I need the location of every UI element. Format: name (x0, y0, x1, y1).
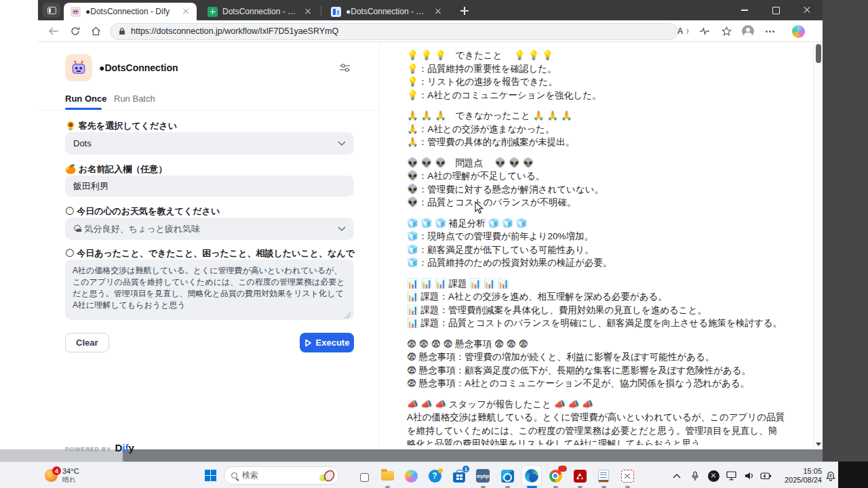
tray-overflow-button[interactable] (668, 467, 686, 485)
output-line: 👽：A社の理解が不足している。 (407, 169, 785, 183)
edge-button[interactable] (523, 467, 540, 485)
page-content: ●DotsConnection Run Once Run Batch 🌻 客先を… (38, 42, 823, 449)
start-button[interactable] (202, 462, 218, 488)
sun-icon: 4 (45, 469, 58, 482)
customer-select-value: Dots (73, 138, 92, 148)
microsoft-store-button[interactable]: 1 (450, 467, 468, 485)
mouse-cursor (475, 201, 484, 215)
outlook-button[interactable] (498, 467, 516, 485)
customer-select[interactable]: Dots (65, 132, 354, 155)
tab-close-icon[interactable] (302, 6, 313, 17)
acrobat-button[interactable] (571, 467, 589, 485)
output-section: 🙏 🙏 🙏 できなかったこと 🙏 🙏 🙏🙏：A社との交渉が進まなかった。🙏：管理… (407, 109, 785, 149)
folder-icon (381, 471, 394, 481)
address-bar[interactable]: https://dotsconnection.jp/workflow/IxlF7… (110, 23, 678, 40)
output-section-heading: 💡 💡 💡 できたこと 💡 💡 💡 (407, 49, 785, 62)
close-button[interactable] (791, 0, 823, 20)
play-icon (304, 339, 312, 347)
vertical-scrollbar[interactable] (813, 42, 823, 449)
settings-sliders-icon[interactable] (339, 63, 351, 75)
lock-icon (119, 27, 125, 35)
desktop-background-left (0, 0, 38, 449)
output-line: 🧊：品質維持のための投資対効果の検証が必要。 (407, 256, 785, 270)
myhp-button[interactable]: myhp (474, 467, 492, 485)
app-tray-button[interactable] (705, 467, 722, 485)
browser-window: ●DotsConnection - Dify DotsConnection - … (38, 0, 823, 449)
taskbar-weather-widget[interactable]: 4 34°C 晴れ (45, 462, 79, 488)
snipping-tool-icon (621, 470, 634, 483)
minimize-button[interactable] (729, 0, 760, 20)
output-line: 🙏：管理費の具体的な削減案が未提出。 (407, 136, 785, 149)
tab-title: DotsConnection - Google スプレッ (222, 6, 298, 18)
name-label: 🍊 お名前記入欄（任意） (65, 163, 357, 176)
mood-select[interactable]: 🌤 気分良好、ちょっと疲れ気味 (65, 218, 354, 240)
myhp-icon: myhp (476, 469, 490, 483)
windows-logo-icon (205, 470, 216, 481)
browser-tab-1[interactable]: ●DotsConnection - Dify (64, 3, 197, 20)
notepad-button[interactable] (595, 467, 612, 485)
taskbar-clock[interactable]: 15:05 2025/08/24 (770, 462, 822, 488)
file-explorer-button[interactable] (378, 467, 396, 485)
tab-close-icon[interactable] (433, 6, 443, 17)
refresh-icon[interactable] (69, 25, 81, 37)
output-line: 😨 懸念事項：A社とのコミュニケーション不足が、協力関係を損なう恐れがある。 (407, 377, 785, 390)
chrome-button[interactable] (547, 467, 564, 485)
robot-icon (70, 59, 87, 77)
favorites-star-icon[interactable] (719, 25, 733, 37)
task-view-button[interactable] (354, 467, 372, 485)
dify-favicon-icon (331, 7, 341, 17)
new-tab-button[interactable] (458, 5, 471, 17)
scrollbar-down-arrow[interactable] (814, 439, 823, 449)
copilot-taskbar-button[interactable] (402, 467, 420, 485)
profile-avatar[interactable] (741, 25, 755, 37)
scrollbar-thumb[interactable] (816, 44, 821, 63)
tab-actions-button[interactable] (43, 3, 60, 18)
mood-select-value: 🌤 気分良好、ちょっと疲れ気味 (73, 223, 200, 235)
bell-icon (826, 471, 835, 481)
edge-icon (525, 469, 538, 483)
browser-titlebar: ●DotsConnection - Dify DotsConnection - … (38, 0, 823, 20)
output-line: 💡：A社とのコミュニケーションを強化した。 (407, 89, 785, 102)
execute-button[interactable]: Execute (300, 333, 354, 352)
tab-run-once[interactable]: Run Once (65, 94, 106, 104)
browser-tab-3[interactable]: ●DotsConnection - Dify (324, 3, 449, 20)
chevron-down-icon (338, 141, 346, 146)
more-menu-icon[interactable] (763, 25, 776, 37)
powered-by-label: POWERED BY (65, 446, 111, 453)
tab-run-batch[interactable]: Run Batch (114, 94, 155, 104)
maximize-button[interactable] (760, 0, 791, 20)
weather-temp: 34°C (62, 467, 79, 476)
desktop-background-right (823, 0, 868, 462)
workflow-form-panel: ●DotsConnection Run Once Run Batch 🌻 客先を… (38, 42, 380, 449)
notification-bell-button[interactable] (822, 467, 840, 485)
help-button[interactable] (426, 467, 443, 485)
volume-tray-button[interactable] (741, 467, 758, 485)
back-icon[interactable] (47, 25, 60, 37)
output-line: A社の価格交渉は難航している。とくに管理費が高いといわれているが、このアプリの品… (407, 411, 785, 445)
home-icon[interactable] (90, 25, 102, 37)
textarea-resize-handle[interactable] (344, 312, 351, 319)
powered-by-footer: POWERED BY Dify (65, 442, 134, 453)
chrome-badge (558, 466, 567, 472)
output-line: 🧊：顧客満足度が低下している可能性あり。 (407, 243, 785, 257)
name-input[interactable] (65, 176, 354, 197)
output-section: 💡 💡 💡 できたこと 💡 💡 💡💡：品質維持の重要性を確認した。💡：リスト化の… (407, 49, 785, 102)
snipping-tool-button[interactable] (618, 467, 636, 485)
task-view-icon (360, 473, 369, 482)
read-aloud-icon[interactable] (676, 25, 690, 37)
tab-close-icon[interactable] (180, 6, 191, 17)
tab-title: ●DotsConnection - Dify (346, 7, 428, 16)
microphone-tray-button[interactable] (686, 467, 704, 485)
browser-essentials-icon[interactable] (698, 25, 711, 37)
person-icon (742, 25, 754, 37)
browser-tab-2[interactable]: DotsConnection - Google スプレッ (201, 3, 319, 20)
tab-separator (321, 6, 321, 16)
search-icon (231, 472, 237, 479)
network-tray-button[interactable] (723, 467, 741, 485)
x-circle-icon (708, 470, 719, 482)
copilot-icon[interactable] (791, 25, 805, 37)
report-textarea[interactable]: A社の価格交渉は難航している。とくに管理費が高いといわれているが、このアプリの品… (65, 260, 354, 320)
clear-button[interactable]: Clear (65, 333, 109, 352)
battery-charging-icon (760, 472, 772, 480)
taskbar-search-box[interactable]: 検索 (224, 466, 339, 485)
